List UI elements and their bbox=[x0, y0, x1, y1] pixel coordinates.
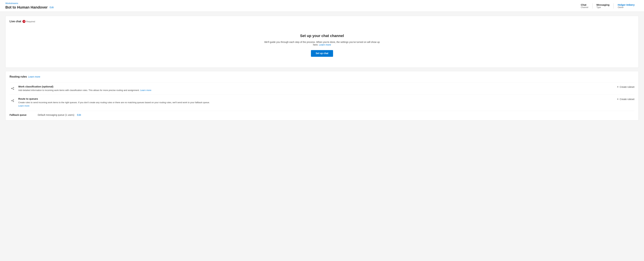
routing-item-classification: Work classification (optional) Add detai… bbox=[10, 82, 634, 95]
edit-link[interactable]: Edit bbox=[50, 6, 54, 9]
create-ruleset-button-2[interactable]: + Create ruleset bbox=[617, 97, 634, 101]
work-classification-icon bbox=[10, 85, 16, 91]
routing-learn-more-link[interactable]: Learn more bbox=[28, 75, 40, 78]
header-meta-channel: Chat Channel bbox=[577, 3, 592, 8]
required-badge: ✕ Required bbox=[22, 20, 35, 23]
routing-header: Routing rules Learn more bbox=[10, 75, 634, 78]
live-chat-header: Live chat ✕ Required bbox=[10, 20, 634, 23]
header-meta-owner: Holger Imbery Owner bbox=[614, 3, 639, 8]
routing-classification-content: Work classification (optional) Add detai… bbox=[18, 85, 614, 92]
required-icon: ✕ bbox=[22, 20, 26, 23]
classification-title: Work classification (optional) bbox=[18, 85, 614, 88]
classification-learn-more[interactable]: Learn more bbox=[140, 89, 151, 91]
fallback-queue-row: Fallback queue Default messaging queue (… bbox=[10, 111, 634, 116]
required-text: Required bbox=[26, 20, 35, 23]
owner-value[interactable]: Holger Imbery bbox=[618, 3, 634, 6]
setup-title: Set up your chat channel bbox=[13, 34, 631, 38]
plus-icon-2: + bbox=[617, 98, 619, 101]
plus-icon-1: + bbox=[617, 85, 619, 88]
page-title: Bot to Human Handover bbox=[5, 5, 48, 9]
classification-desc: Add detailed information to incoming wor… bbox=[18, 89, 614, 92]
svg-line-4 bbox=[12, 88, 13, 89]
header-meta-type: Messaging Type bbox=[592, 3, 614, 8]
channel-value: Chat bbox=[581, 3, 586, 6]
queues-title: Route to queues bbox=[18, 97, 614, 100]
routing-title: Routing rules bbox=[10, 75, 27, 78]
owner-label: Owner bbox=[618, 6, 624, 8]
live-chat-card: Live chat ✕ Required Set up your chat ch… bbox=[5, 16, 639, 68]
queues-learn-more[interactable]: Learn more bbox=[18, 105, 29, 107]
header-left: Workstreams Bot to Human Handover Edit bbox=[5, 2, 54, 11]
channel-label: Channel bbox=[581, 6, 588, 8]
routing-item-queues: Route to queues Create rules to send inc… bbox=[10, 94, 634, 110]
queues-desc: Create rules to send incoming work items… bbox=[18, 101, 614, 107]
setup-section: Set up your chat channel We'll guide you… bbox=[10, 27, 634, 63]
header-right: Chat Channel Messaging Type Holger Imber… bbox=[577, 2, 639, 10]
route-queues-icon bbox=[10, 98, 16, 104]
routing-queues-content: Route to queues Create rules to send inc… bbox=[18, 97, 614, 107]
create-ruleset-button-1[interactable]: + Create ruleset bbox=[617, 85, 634, 88]
page-header: Workstreams Bot to Human Handover Edit C… bbox=[0, 0, 644, 12]
fallback-edit-link[interactable]: Edit bbox=[77, 114, 81, 116]
svg-line-3 bbox=[12, 88, 13, 88]
page-title-row: Bot to Human Handover Edit bbox=[5, 5, 54, 9]
setup-description: We'll guide you through each step of the… bbox=[263, 41, 381, 46]
main-content: Live chat ✕ Required Set up your chat ch… bbox=[0, 12, 644, 124]
svg-rect-5 bbox=[12, 100, 12, 101]
svg-point-0 bbox=[11, 88, 12, 89]
type-label: Type bbox=[596, 6, 601, 8]
svg-point-1 bbox=[13, 87, 14, 88]
setup-chat-button[interactable]: Set up chat bbox=[311, 50, 333, 57]
setup-learn-more-link[interactable]: Learn more bbox=[319, 43, 331, 46]
fallback-value: Default messaging queue (1 users) bbox=[38, 114, 74, 116]
breadcrumb[interactable]: Workstreams bbox=[5, 2, 54, 4]
svg-rect-7 bbox=[13, 101, 14, 102]
svg-rect-6 bbox=[13, 99, 14, 100]
type-value: Messaging bbox=[596, 3, 610, 6]
routing-rules-card: Routing rules Learn more Work classifica… bbox=[5, 71, 639, 121]
svg-point-2 bbox=[13, 89, 14, 90]
fallback-label: Fallback queue bbox=[10, 114, 36, 116]
live-chat-label: Live chat bbox=[10, 20, 21, 23]
